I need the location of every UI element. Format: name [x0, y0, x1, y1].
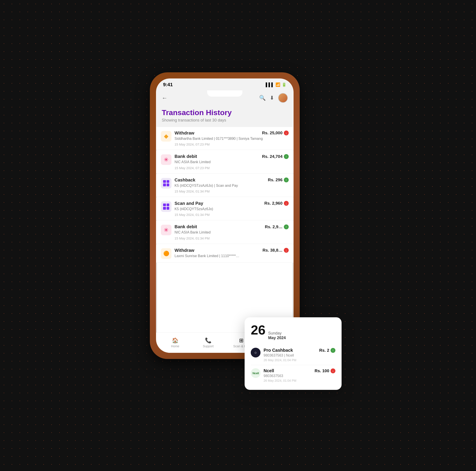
txn-content: Withdraw Rs. 25,000 ↓ Siddhartha Bank Li…: [174, 131, 289, 146]
txn-desc: Siddhartha Bank Limited | 0171***3890 | …: [174, 136, 289, 141]
card-date-header: 26 Sunday May 2024: [251, 323, 335, 340]
card-txn-amount: Rs. 2: [319, 348, 329, 353]
txn-amount-row: Rs. 2,9… ↑: [265, 225, 289, 229]
home-icon: 🏠: [172, 337, 178, 344]
txn-name: Scan and Pay: [174, 201, 203, 206]
txn-desc: NIC ASIA Bank Limited: [174, 230, 289, 235]
txn-date: 15 May 2024, 07:23 PM: [174, 166, 289, 170]
search-button[interactable]: 🔍: [259, 95, 266, 101]
txn-date: 15 May 2024, 01:34 PM: [174, 190, 289, 193]
scan-icon: [161, 201, 171, 212]
support-icon: 📞: [205, 337, 212, 344]
card-txn-content: Ncell Rs. 100 ↓ 9803637563 26 May 2024, …: [264, 368, 335, 382]
txn-desc: K5 (t4DCQYSTzsAz6Jo) | Scan and Pay: [174, 183, 289, 188]
txn-date: 15 May 2024, 07:23 PM: [174, 142, 289, 146]
card-weekday: Sunday: [268, 331, 286, 336]
table-row[interactable]: 🟠 Withdraw Rs. 38,8… ↓ Laxmi Sunrise Ban…: [156, 244, 293, 263]
page-subtitle: Showing transactions of last 30 days: [162, 118, 288, 122]
support-label: Support: [203, 344, 214, 348]
page-title-section: Transaction History Showing transactions…: [156, 106, 293, 127]
card-txn-content: Pro Cashback Rs. 2 ↑ 9803637563 | Ncell …: [264, 348, 335, 362]
page-title: Transaction History: [162, 108, 288, 117]
txn-amount: Rs. 25,000: [262, 131, 283, 135]
txn-name: Withdraw: [174, 131, 194, 136]
qr-shape: [163, 180, 169, 186]
home-label: Home: [171, 344, 179, 348]
nav-support[interactable]: 📞 Support: [192, 337, 225, 348]
nav-home[interactable]: 🏠 Home: [159, 337, 192, 348]
star-shape: ✳: [164, 156, 169, 163]
txn-amount: Rs. 2,960: [264, 201, 283, 206]
card-txn-name: Pro Cashback: [264, 348, 293, 353]
user-avatar[interactable]: [278, 93, 288, 103]
pro-cashback-icon: ○: [251, 348, 260, 357]
diamond-shape: ◆: [164, 133, 168, 140]
txn-amount-row: Rs. 38,8… ↓: [262, 248, 289, 253]
download-button[interactable]: ⬇: [270, 95, 274, 101]
card-txn-sub: 9803637563: [264, 374, 335, 378]
txn-content: Bank debit Rs. 24,704 ↑ NIC ASIA Bank Li…: [174, 154, 289, 170]
card-txn-date: 26 May 2024, 01:04 PM: [264, 358, 335, 362]
cashback-icon: [161, 178, 171, 189]
status-time: 9:41: [163, 82, 173, 87]
status-bar: 9:41 ▌▌▌ 📶 🔋: [156, 79, 293, 90]
withdraw-icon: 🟠: [161, 248, 171, 259]
credit-badge: ↑: [284, 225, 289, 229]
star-shape: ✳: [164, 227, 169, 233]
list-item[interactable]: ○ Pro Cashback Rs. 2 ↑ 9803637563 | Ncel…: [251, 345, 335, 365]
credit-badge: ↑: [331, 348, 335, 353]
list-item[interactable]: Ncell Ncell Rs. 100 ↓ 9803637563 26 May …: [251, 365, 335, 385]
card-day: 26: [251, 323, 266, 337]
scan-pay-icon: ⊞: [239, 337, 243, 344]
debit-badge: ↓: [284, 248, 289, 253]
card-txn-amount: Rs. 100: [314, 368, 329, 373]
orange-circle: 🟠: [163, 251, 169, 256]
txn-amount-row: Rs. 25,000 ↓: [262, 131, 289, 135]
debit-badge: ↓: [284, 201, 289, 206]
txn-content: Withdraw Rs. 38,8… ↓ Laxmi Sunrise Bank …: [174, 248, 289, 259]
signal-icon: ▌▌▌: [266, 83, 274, 87]
card-month-year: May 2024: [268, 336, 286, 340]
txn-amount: Rs. 38,8…: [262, 248, 283, 253]
phone-card: 9:41 ▌▌▌ 📶 🔋 ← 🔍 ⬇ Transa: [150, 72, 300, 359]
credit-badge: ↑: [284, 177, 289, 182]
circle-icon: ○: [251, 348, 260, 357]
withdraw-icon: ◆: [161, 131, 171, 141]
txn-name: Cashback: [174, 177, 195, 183]
txn-desc: NIC ASIA Bank Limited: [174, 160, 289, 164]
qr-shape: [163, 204, 169, 210]
txn-name: Withdraw: [174, 248, 194, 253]
back-button[interactable]: ←: [162, 95, 168, 102]
txn-desc: K5 (t4DCQYTSzsAz6Jo): [174, 207, 289, 211]
txn-name: Bank debit: [174, 224, 197, 229]
card-day-info: Sunday May 2024: [268, 331, 286, 340]
ncell-icon: Ncell: [251, 368, 260, 378]
table-row[interactable]: Cashback Rs. 296 ↑ K5 (t4DCQYSTzsAz6Jo) …: [156, 174, 293, 197]
txn-amount: Rs. 296: [268, 177, 283, 182]
card-txn-amount-row: Rs. 100 ↓: [314, 368, 335, 373]
battery-icon: 🔋: [282, 82, 287, 87]
card-txn-sub: 9803637563 | Ncell: [264, 353, 335, 357]
status-icons: ▌▌▌ 📶 🔋: [266, 82, 287, 87]
header-actions: 🔍 ⬇: [259, 93, 288, 103]
scene: 9:41 ▌▌▌ 📶 🔋 ← 🔍 ⬇ Transa: [139, 59, 337, 412]
card-txn-amount-row: Rs. 2 ↑: [319, 348, 335, 353]
credit-badge: ↑: [284, 154, 289, 159]
txn-content: Bank debit Rs. 2,9… ↑ NIC ASIA Bank Limi…: [174, 224, 289, 240]
txn-desc: Laxmi Sunrise Bank Limited | 1110*****…: [174, 254, 289, 259]
table-row[interactable]: ✳ Bank debit Rs. 24,704 ↑ NIC ASIA Bank …: [156, 150, 293, 173]
phone-device: 9:41 ▌▌▌ 📶 🔋 ← 🔍 ⬇ Transa: [156, 79, 293, 352]
bank-icon: ✳: [161, 225, 171, 235]
txn-content: Cashback Rs. 296 ↑ K5 (t4DCQYSTzsAz6Jo) …: [174, 177, 289, 193]
txn-amount-row: Rs. 24,704 ↑: [262, 154, 289, 159]
table-row[interactable]: Scan and Pay Rs. 2,960 ↓ K5 (t4DCQYTSzsA…: [156, 197, 293, 220]
wifi-icon: 📶: [275, 82, 280, 87]
card-txn-date: 26 May 2024, 01:04 PM: [264, 379, 335, 382]
txn-date: 15 May 2024, 01:34 PM: [174, 213, 289, 217]
table-row[interactable]: ◆ Withdraw Rs. 25,000 ↓ Siddhartha Bank …: [156, 127, 293, 150]
bank-icon: ✳: [161, 154, 171, 165]
table-row[interactable]: ✳ Bank debit Rs. 2,9… ↑ NIC ASIA Bank Li…: [156, 221, 293, 244]
txn-amount: Rs. 24,704: [262, 154, 283, 159]
txn-name: Bank debit: [174, 154, 197, 159]
card-txn-name: Ncell: [264, 368, 274, 373]
